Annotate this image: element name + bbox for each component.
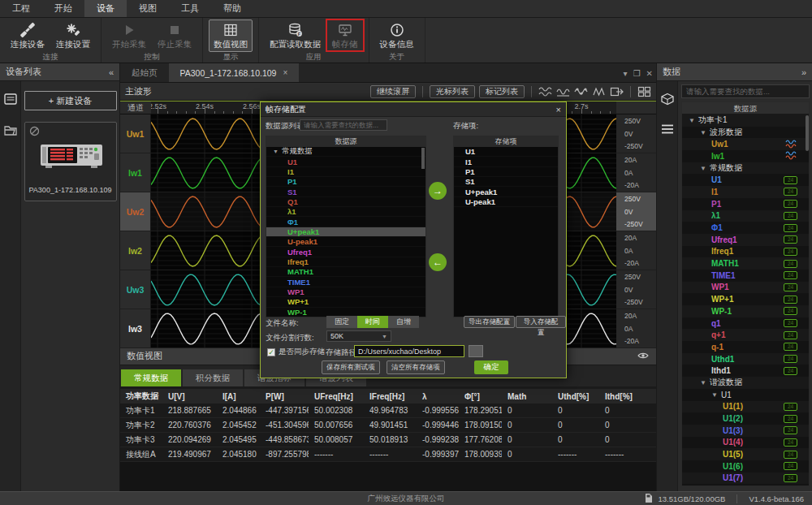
source-item[interactable]: Q1 (266, 197, 425, 207)
numeric-tab-1[interactable]: 常规数据 (121, 369, 181, 386)
tree-group[interactable]: ▼功率卡1 (682, 114, 809, 127)
menu-item-1[interactable]: 工程 (0, 0, 42, 17)
tree-item[interactable]: MATH124 (682, 257, 809, 270)
tree-item[interactable]: Uthd124 (682, 353, 809, 365)
tree-item[interactable]: TIME124 (682, 270, 809, 282)
storage-item[interactable]: P1 (454, 167, 558, 177)
visibility-icon[interactable] (637, 351, 650, 362)
remove-item-button[interactable]: ← (429, 253, 447, 271)
menu-item-5[interactable]: 工具 (169, 0, 211, 17)
tree-item[interactable]: U1(7)24 (682, 473, 809, 485)
tree-item[interactable]: U1(4)24 (682, 437, 809, 449)
tree-item[interactable]: q-124 (682, 341, 809, 353)
dialog-search-input[interactable] (300, 119, 387, 131)
tree-item[interactable]: Ifreq124 (682, 246, 809, 258)
tree-item[interactable]: Φ124 (682, 222, 809, 234)
collapse-right-icon[interactable]: » (801, 67, 806, 77)
numeric-tab-2[interactable]: 积分数据 (183, 369, 243, 386)
source-item[interactable]: λ1 (266, 207, 425, 217)
table-row[interactable]: 功率卡2220.7603762.045452-451.30459650.0076… (120, 418, 656, 433)
wave-dots-icon[interactable] (574, 86, 588, 97)
table-row[interactable]: 功率卡3220.0942692.045495-449.85867350.0080… (120, 433, 656, 447)
tree-item[interactable]: P124 (682, 198, 809, 210)
tree-expand-icon[interactable]: ▼ (700, 379, 706, 386)
tree-item[interactable]: U1(2)24 (682, 412, 809, 425)
file-split-select[interactable]: 50K ▼ (326, 330, 391, 342)
new-device-button[interactable]: + 新建设备 (24, 91, 117, 110)
source-list-scrollbar[interactable] (421, 148, 425, 169)
device-view-icon[interactable] (3, 93, 18, 106)
tree-item[interactable]: U1(1)24 (682, 401, 809, 413)
tree-item[interactable]: I124 (682, 186, 809, 198)
tree-group[interactable]: ▼谐波数据 (682, 377, 809, 389)
source-item[interactable]: Ifreq1 (266, 257, 425, 267)
tree-item[interactable]: U1(5)24 (682, 448, 809, 460)
data-list-icon[interactable] (660, 123, 675, 136)
storage-item[interactable]: S1 (454, 177, 558, 187)
source-group-row[interactable]: ▼常规数据 (266, 147, 425, 157)
source-item[interactable]: P1 (266, 177, 425, 187)
光标列表-button[interactable]: 光标列表 (430, 85, 475, 98)
tree-item[interactable]: WP+124 (682, 293, 809, 305)
device-card[interactable]: PA300_1-172.168.10.109 (24, 122, 117, 201)
tree-item[interactable]: U1(6)24 (682, 460, 809, 473)
file-name-mode-自增[interactable]: 自增 (388, 316, 419, 328)
document-tab-2[interactable]: PA300_1-172.168.10.109× (169, 63, 300, 82)
tree-item[interactable]: λ124 (682, 210, 809, 222)
标记列表-button[interactable]: 标记列表 (479, 85, 525, 98)
table-row[interactable]: 功率卡1218.8876652.044866-447.39715650.0023… (120, 404, 656, 418)
data-list-scrollbar[interactable] (806, 115, 809, 151)
clear-all-items-button[interactable]: 清空所有存储项 (387, 360, 445, 374)
tree-item[interactable]: Iw1 (682, 150, 809, 162)
dialog-close-icon[interactable]: × (556, 105, 561, 114)
export-config-button[interactable]: 导出存储配置 (464, 316, 515, 328)
tree-item[interactable]: WP124 (682, 282, 809, 294)
source-item[interactable]: WP+1 (266, 297, 425, 307)
storage-item[interactable]: U1 (454, 147, 558, 157)
source-item[interactable]: TIME1 (266, 277, 425, 287)
ok-button[interactable]: 确定 (474, 360, 508, 374)
source-item[interactable]: Ufreq1 (266, 247, 425, 257)
open-project-folder-icon[interactable] (3, 123, 18, 136)
menu-item-2[interactable]: 开始 (42, 0, 84, 17)
tree-group[interactable]: ▼常规数据 (682, 162, 809, 175)
tree-group[interactable]: ▼U1 (682, 389, 809, 401)
table-row[interactable]: 接线组A219.4909672.045180-897.255798-------… (120, 447, 656, 462)
wave-double-icon[interactable] (538, 86, 552, 97)
browse-path-button[interactable] (469, 345, 483, 357)
tree-expand-icon[interactable]: ▼ (700, 129, 706, 136)
menu-item-6[interactable]: 帮助 (211, 0, 253, 17)
source-item[interactable]: U-peak1 (266, 237, 425, 247)
tree-expand-icon[interactable]: ▼ (689, 117, 695, 124)
import-config-button[interactable]: 导入存储配置 (516, 316, 566, 328)
storage-item[interactable]: I1 (454, 157, 558, 166)
storage-item[interactable]: U-peak1 (454, 197, 558, 207)
add-item-button[interactable]: → (429, 182, 447, 200)
source-item[interactable]: MATH1 (266, 267, 425, 277)
source-item[interactable]: Φ1 (266, 217, 425, 227)
source-item[interactable]: S1 (266, 187, 425, 196)
tree-item[interactable]: q+124 (682, 329, 809, 341)
close-panel-icon[interactable]: ✕ (646, 69, 653, 78)
menu-item-3[interactable]: 设备 (84, 0, 127, 17)
tree-group[interactable]: ▼波形数据 (682, 127, 809, 139)
连接设备-button[interactable]: 连接设备 (6, 19, 50, 52)
wave-marker-icon[interactable] (592, 86, 606, 97)
menu-item-4[interactable]: 视图 (127, 0, 169, 17)
source-item[interactable]: U1 (266, 157, 425, 166)
tree-item[interactable]: q124 (682, 317, 809, 330)
tree-expand-icon[interactable]: ▼ (711, 391, 718, 399)
tree-item[interactable]: Ithd124 (682, 365, 809, 377)
chevron-down-icon[interactable]: ▾ (624, 69, 628, 78)
source-item[interactable]: WP1 (266, 287, 425, 297)
file-name-mode-固定[interactable]: 固定 (326, 316, 357, 328)
float-window-icon[interactable]: ❐ (633, 69, 641, 78)
tree-item[interactable]: U1(8)24 (682, 484, 809, 486)
storage-path-input[interactable] (354, 345, 464, 357)
tree-item[interactable]: Ufreq124 (682, 234, 809, 246)
document-tab-1[interactable]: 起始页 (120, 63, 169, 82)
data-search-input[interactable] (681, 84, 810, 98)
tree-item[interactable]: U124 (682, 174, 809, 186)
thumbnail-grid-icon[interactable] (637, 86, 651, 97)
tab-close-icon[interactable]: × (283, 68, 287, 77)
